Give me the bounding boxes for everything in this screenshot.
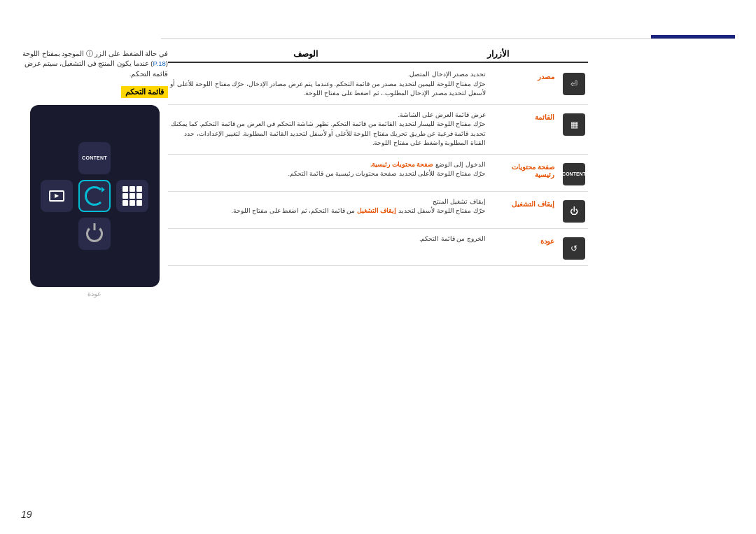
col-button-header [553, 49, 588, 62]
source-icon-box: ⏎ [563, 73, 585, 95]
back-desc: الخروج من قائمة التحكم. [168, 234, 486, 244]
intro-link: P.18 [153, 59, 166, 67]
table-row: ⏎ مصدر تحديد مصدر الإدخال المتصل. حرّك م… [168, 64, 588, 105]
btn-cell: ↺ [560, 234, 588, 260]
content-label: CONTENT [79, 154, 110, 162]
remote-section: في حالة الضغط على الزر ⓘ الموجود بمفتاح … [21, 49, 168, 297]
menu-icon-box: ▦ [563, 113, 585, 136]
btn-cell: ⏻ [560, 197, 588, 223]
table-row: CONTENT صفحة محتويات رئيسية الدخول إلى ا… [168, 155, 588, 192]
rotate-button[interactable] [78, 180, 111, 212]
btn-cell: CONTENT [560, 160, 588, 185]
page-number: 19 [21, 509, 32, 520]
section-title: قائمة التحكم [21, 85, 168, 105]
back-name: عودة [491, 234, 554, 245]
remote-label: عودة [21, 290, 168, 297]
top-line [161, 38, 735, 39]
col-name-header: الأزرار [443, 49, 553, 62]
content-icon-box: CONTENT [563, 163, 585, 185]
btn-cell: ⏎ [560, 70, 588, 95]
remote-row-1: CONTENT [78, 142, 111, 174]
page-container: في حالة الضغط على الزر ⓘ الموجود بمفتاح … [0, 0, 756, 534]
intro-text-end: ) عندما يكون المنتج في التشغيل، سيتم عرض… [24, 59, 168, 77]
back-icon-box: ↺ [563, 237, 585, 260]
source-name: مصدر [491, 70, 554, 80]
source-desc: تحديد مصدر الإدخال المتصل. حرّك مفتاح ال… [168, 70, 486, 99]
content-home-name: صفحة محتويات رئيسية [491, 160, 554, 178]
table-header: الأزرار الوصف [168, 49, 588, 63]
content-home-desc: الدخول إلى الوضع صفحة محتويات رئيسية. حر… [168, 160, 486, 179]
power-button[interactable] [78, 218, 111, 250]
table-row: ▦ القائمة عرض قائمة العرض على الشاشة. حر… [168, 105, 588, 155]
menu-name: القائمة [491, 111, 554, 121]
menu-desc: عرض قائمة العرض على الشاشة. حرّك مفتاح ا… [168, 111, 486, 148]
content-button[interactable]: CONTENT [78, 142, 111, 174]
btn-cell: ▦ [560, 111, 588, 136]
remote-graphic: CONTENT [30, 105, 160, 287]
table-row: ⏻ إيقاف التشغيل إيقاف تشغيل المنتج حرّك … [168, 192, 588, 229]
grid-icon [122, 186, 142, 206]
table-row: ↺ عودة الخروج من قائمة التحكم. [168, 229, 588, 266]
input-icon [49, 190, 64, 202]
power-icon-box: ⏻ [563, 200, 585, 223]
remote-row-2 [41, 180, 148, 212]
col-desc-header: الوصف [168, 49, 443, 62]
rotate-icon [85, 186, 104, 206]
power-icon [86, 225, 103, 242]
poweroff-desc: إيقاف تشغيل المنتج حرّك مفتاح اللوحة لأس… [168, 197, 486, 216]
remote-row-3 [78, 218, 111, 250]
intro-text: في حالة الضغط على الزر ⓘ الموجود بمفتاح … [21, 49, 168, 79]
content-section: الأزرار الوصف ⏎ مصدر تحديد مصدر الإدخال … [168, 49, 588, 266]
poweroff-name: إيقاف التشغيل [491, 197, 554, 208]
grid-button[interactable] [116, 180, 148, 212]
input-button[interactable] [41, 180, 73, 212]
